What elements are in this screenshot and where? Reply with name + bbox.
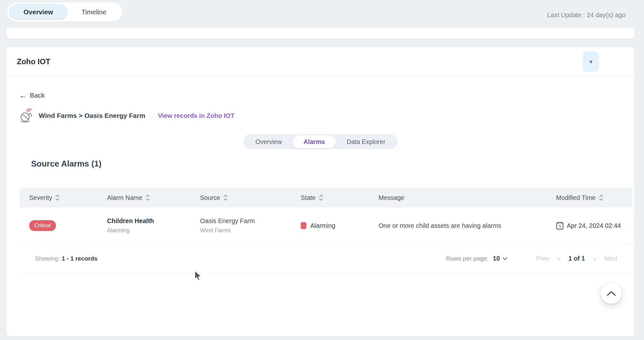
source-subtitle: Wind Farms bbox=[200, 227, 291, 234]
cell-severity: Critical bbox=[20, 220, 97, 231]
scroll-to-top-button[interactable] bbox=[601, 283, 622, 304]
chevron-up-icon bbox=[607, 290, 616, 296]
back-label: Back bbox=[30, 92, 45, 99]
pager-zone: Rows per page: 10 Prev ‹ 1 of 1 › Next bbox=[446, 255, 617, 263]
column-header-message: Message bbox=[369, 194, 547, 201]
collapse-widget-button[interactable]: ▾ bbox=[583, 51, 599, 72]
tab-detail-overview[interactable]: Overview bbox=[245, 135, 292, 148]
chevron-down-icon: ▾ bbox=[589, 58, 593, 65]
next-button[interactable]: Next bbox=[604, 255, 617, 262]
view-tab-group: Overview Timeline bbox=[7, 3, 122, 22]
top-bar: Overview Timeline Last Update : 24 day(s… bbox=[0, 0, 644, 25]
cell-source: Oasis Energy Farm Wind Farms bbox=[191, 217, 291, 234]
rows-per-page: Rows per page: 10 bbox=[446, 255, 507, 262]
rows-per-page-label: Rows per page: bbox=[446, 255, 488, 262]
detail-tabs-wrap: Overview Alarms Data Explorer bbox=[6, 134, 634, 149]
prev-button[interactable]: Prev bbox=[536, 255, 549, 262]
previous-card-bottom-edge bbox=[6, 28, 634, 39]
column-header-severity[interactable]: Severity bbox=[20, 194, 97, 201]
column-header-state[interactable]: State bbox=[291, 194, 369, 201]
sort-icon[interactable] bbox=[599, 194, 603, 201]
chevron-left-icon[interactable]: ‹ bbox=[557, 255, 560, 263]
chevron-right-icon[interactable]: › bbox=[593, 255, 596, 263]
cell-modified-time: Apr 24, 2024 02:44 bbox=[547, 221, 632, 230]
modified-time-text: Apr 24, 2024 02:44 bbox=[567, 222, 621, 229]
table-footer: Showing:1 - 1 records Rows per page: 10 … bbox=[20, 244, 632, 273]
alarming-state-swatch-icon bbox=[301, 222, 306, 229]
alarm-name[interactable]: Children Health bbox=[107, 217, 191, 225]
showing-records: Showing:1 - 1 records bbox=[35, 255, 97, 262]
detail-tab-group: Overview Alarms Data Explorer bbox=[243, 134, 397, 149]
back-arrow-icon: ← bbox=[19, 92, 27, 99]
table-header-row: Severity Alarm Name Source bbox=[20, 188, 632, 207]
tab-timeline[interactable]: Timeline bbox=[67, 4, 120, 20]
page-indicator: 1 of 1 bbox=[568, 255, 585, 262]
breadcrumb-path: Wind Farms > Oasis Energy Farm bbox=[39, 112, 145, 119]
sort-icon[interactable] bbox=[319, 194, 323, 201]
card-title: Zoho IOT bbox=[17, 57, 50, 66]
showing-records-value: 1 - 1 records bbox=[62, 255, 97, 262]
last-update-text: Last Update : 24 day(s) ago bbox=[547, 11, 626, 19]
column-header-modified-time[interactable]: Modified Time bbox=[547, 194, 632, 201]
cell-message: One or more child assets are having alar… bbox=[369, 222, 547, 229]
sort-icon[interactable] bbox=[145, 194, 150, 201]
calendar-icon bbox=[556, 221, 564, 230]
pagination: Prev ‹ 1 of 1 › Next bbox=[536, 255, 617, 263]
alarm-subtitle: Alarming bbox=[107, 227, 191, 234]
cell-state: Alarming bbox=[291, 222, 369, 229]
satellite-dish-icon bbox=[18, 108, 33, 123]
view-records-link[interactable]: View records in Zoho IOT bbox=[158, 112, 234, 119]
source-alarms-table: Severity Alarm Name Source bbox=[20, 188, 632, 273]
column-header-alarm-name[interactable]: Alarm Name bbox=[97, 194, 191, 201]
card-header: Zoho IOT ▾ bbox=[6, 47, 634, 76]
tab-detail-alarms[interactable]: Alarms bbox=[293, 135, 336, 148]
tab-detail-data-explorer[interactable]: Data Explorer bbox=[336, 135, 396, 148]
sort-icon[interactable] bbox=[55, 194, 60, 201]
state-label: Alarming bbox=[310, 222, 335, 229]
cell-alarm-name: Children Health Alarming bbox=[97, 217, 191, 234]
section-title: Source Alarms (1) bbox=[31, 159, 102, 169]
column-header-source[interactable]: Source bbox=[191, 194, 291, 201]
zoho-iot-widget-card: Zoho IOT ▾ ← Back Wind Farms > Oasis Ene… bbox=[6, 47, 634, 336]
rows-per-page-select[interactable]: 10 bbox=[493, 255, 507, 262]
chevron-down-icon bbox=[502, 257, 507, 260]
tab-overview[interactable]: Overview bbox=[9, 4, 67, 20]
table-row[interactable]: Critical Children Health Alarming Oasis … bbox=[20, 207, 632, 244]
severity-badge: Critical bbox=[29, 220, 56, 231]
breadcrumb: Wind Farms > Oasis Energy Farm View reco… bbox=[18, 108, 234, 123]
sort-icon[interactable] bbox=[223, 194, 228, 201]
source-name: Oasis Energy Farm bbox=[200, 217, 291, 225]
back-button[interactable]: ← Back bbox=[19, 92, 45, 99]
